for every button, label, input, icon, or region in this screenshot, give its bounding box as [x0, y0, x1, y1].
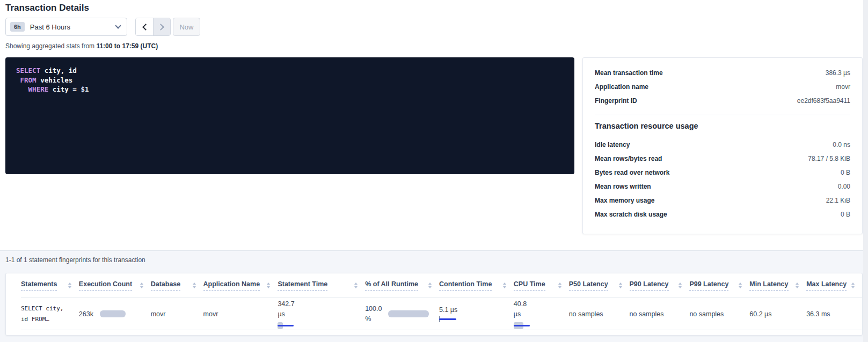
summary-row-fingerprint-id: Fingerprint ID ee2df683f5aa9411 [595, 94, 850, 108]
runtime-bar [388, 310, 429, 317]
resource-usage-title: Transaction resource usage [595, 122, 850, 130]
resource-row-max-scratch-disk-usage: Max scratch disk usage 0 B [595, 207, 850, 221]
sort-icon[interactable] [140, 282, 143, 288]
sql-line: FROM vehicles [16, 76, 574, 85]
sql-statement-box: SELECT city, id FROM vehicles WHERE city… [5, 57, 574, 174]
table-header-row: Statements Execution Count Database Appl… [21, 273, 862, 298]
column-header-statements[interactable]: Statements [21, 280, 79, 291]
column-header-max-latency[interactable]: Max Latency [806, 280, 862, 291]
sort-icon[interactable] [558, 282, 561, 288]
time-range-dropdown[interactable]: 6h Past 6 Hours [5, 18, 127, 36]
cell-contention-time: 5.1 µs [439, 305, 514, 323]
column-header-application-name[interactable]: Application Name [203, 280, 278, 291]
card-divider [595, 115, 850, 115]
next-time-button[interactable] [153, 18, 170, 35]
column-header-cpu-time[interactable]: CPU Time [514, 280, 569, 291]
statement-link[interactable]: SELECT city,id FROM… [21, 303, 71, 325]
table-row[interactable]: SELECT city,id FROM… 263k movr movr 342.… [21, 298, 862, 330]
time-range-badge: 6h [10, 22, 25, 32]
column-header-statement-time[interactable]: Statement Time [278, 280, 365, 291]
sort-icon[interactable] [428, 282, 432, 288]
column-header-percent-runtime[interactable]: % of All Runtime [365, 280, 439, 291]
sort-icon[interactable] [679, 282, 682, 288]
cell-p50-latency: no samples [569, 310, 630, 318]
cell-p99-latency: no samples [689, 310, 749, 318]
column-header-p90-latency[interactable]: P90 Latency [630, 280, 690, 291]
cell-statement-time: 342.7 µs [278, 299, 365, 329]
contention-time-bar [439, 316, 456, 323]
execution-count-bar [100, 310, 126, 317]
resource-row-mean-rows-bytes-read: Mean rows/bytes read 78.17 / 5.8 KiB [595, 152, 850, 166]
column-header-p50-latency[interactable]: P50 Latency [569, 280, 630, 291]
column-header-execution-count[interactable]: Execution Count [79, 280, 151, 291]
scrollbar-track[interactable] [863, 0, 868, 342]
column-header-database[interactable]: Database [151, 280, 203, 291]
cpu-time-bar [514, 322, 530, 329]
cell-statement[interactable]: SELECT city,id FROM… [21, 303, 79, 325]
statements-table-caption: 1-1 of 1 statement fingerprints for this… [5, 256, 145, 264]
sort-icon[interactable] [354, 282, 358, 288]
cell-execution-count: 263k [79, 310, 151, 318]
resource-row-mean-rows-written: Mean rows written 0.00 [595, 180, 850, 194]
stats-range: 11:00 to 17:59 (UTC) [96, 42, 158, 50]
cell-percent-runtime: 100.0% [365, 304, 439, 324]
sort-icon[interactable] [68, 282, 71, 288]
transaction-summary-card: Mean transaction time 386.3 µs Applicati… [582, 57, 863, 234]
sort-icon[interactable] [739, 282, 742, 288]
chevron-right-icon [157, 24, 164, 31]
resource-row-bytes-read-over-network: Bytes read over network 0 B [595, 166, 850, 180]
prev-time-button[interactable] [136, 18, 153, 35]
chevron-down-icon [115, 23, 121, 28]
column-header-contention-time[interactable]: Contention Time [439, 280, 514, 291]
summary-row-mean-transaction-time: Mean transaction time 386.3 µs [595, 66, 850, 80]
cell-application-name: movr [203, 310, 278, 318]
sql-line: WHERE city = $1 [16, 85, 574, 94]
sort-icon[interactable] [503, 282, 506, 288]
time-nav-group [135, 18, 171, 36]
page-title: Transaction Details [5, 3, 89, 13]
cell-database: movr [151, 310, 203, 318]
aggregated-stats-caption: Showing aggregated stats from 11:00 to 1… [5, 42, 158, 50]
statements-section: 1-1 of 1 statement fingerprints for this… [0, 250, 868, 342]
column-header-p99-latency[interactable]: P99 Latency [689, 280, 749, 291]
column-header-min-latency[interactable]: Min Latency [749, 280, 806, 291]
cell-p90-latency: no samples [630, 310, 690, 318]
cell-max-latency: 36.3 ms [806, 310, 862, 318]
now-button[interactable]: Now [173, 18, 200, 36]
statement-time-bar [278, 322, 294, 329]
chevron-left-icon [142, 24, 149, 31]
sort-icon[interactable] [796, 282, 799, 288]
sort-icon[interactable] [851, 282, 855, 288]
cell-min-latency: 60.2 µs [749, 310, 806, 318]
sort-icon[interactable] [193, 282, 196, 288]
sql-line: SELECT city, id [16, 66, 574, 76]
resource-row-idle-latency: Idle latency 0.0 ns [595, 138, 850, 152]
time-range-label: Past 6 Hours [30, 23, 116, 31]
summary-row-application-name: Application name movr [595, 80, 850, 94]
sort-icon[interactable] [267, 282, 270, 288]
statements-table: Statements Execution Count Database Appl… [5, 273, 863, 336]
resource-row-max-memory-usage: Max memory usage 22.1 KiB [595, 194, 850, 207]
sort-icon[interactable] [619, 282, 622, 288]
cell-cpu-time: 40.8 µs [514, 299, 569, 329]
